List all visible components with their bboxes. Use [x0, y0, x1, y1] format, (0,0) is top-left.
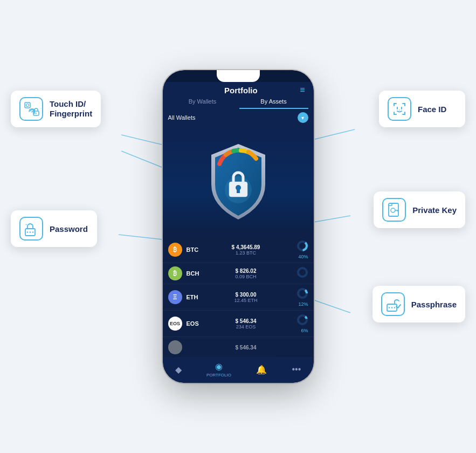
svg-point-16 [32, 231, 33, 232]
bch-chart [287, 266, 308, 280]
svg-text:*: * [31, 223, 32, 228]
eth-values: $ 300.00 12.45 ETH [205, 292, 287, 303]
face-id-label: Face ID [418, 105, 446, 114]
table-row[interactable]: $ 546.34 [163, 337, 314, 358]
portfolio-label: PORTFOLIO [206, 373, 231, 378]
eos-values: $ 546.34 234 EOS [205, 318, 287, 330]
bch-usd: $ 826.02 [205, 268, 287, 274]
eos-name: EOS [187, 320, 205, 327]
scene: Touch ID/ Fingerprint Face ID [0, 0, 476, 453]
svg-point-14 [27, 231, 28, 232]
other-usd: $ 546.34 [205, 345, 287, 351]
nav-gem[interactable]: ◆ [175, 365, 182, 375]
password-card: * * * Password [11, 210, 97, 247]
svg-text:*: * [28, 223, 30, 228]
touch-id-label: Touch ID/ Fingerprint [50, 99, 92, 119]
dropdown-button[interactable]: ▾ [298, 112, 308, 123]
shield [203, 141, 273, 222]
btc-icon: ₿ [168, 243, 182, 257]
eth-usd: $ 300.00 [205, 292, 287, 298]
eth-percent: 12% [287, 301, 308, 307]
phone-notch [217, 70, 260, 82]
passphrase-label: Passphrase [411, 300, 457, 309]
svg-point-12 [399, 109, 400, 111]
portfolio-icon: ◉ [215, 361, 223, 372]
bch-name: BCH [187, 270, 205, 277]
password-label: Password [50, 224, 88, 234]
bch-values: $ 826.02 0.09 BCH [205, 268, 287, 279]
svg-point-27 [391, 307, 392, 308]
btc-values: $ 4,3645.89 1.23 BTC [205, 244, 287, 256]
touch-id-icon [19, 97, 43, 121]
phone: Portfolio ≡ By Wallets By Assets All Wal… [163, 70, 314, 383]
touch-id-card: Touch ID/ Fingerprint [11, 91, 101, 127]
btc-usd: $ 4,3645.89 [205, 244, 287, 250]
wallet-dropdown[interactable]: All Wallets ▾ [163, 109, 314, 126]
gem-icon: ◆ [175, 365, 182, 375]
eth-amount: 12.45 ETH [205, 298, 287, 303]
bottom-nav: ◆ ◉ PORTFOLIO 🔔 ••• [163, 358, 314, 383]
crypto-list: ₿ BTC $ 4,3645.89 1.23 BTC 40% ₿ BCH [163, 237, 314, 358]
btc-name: BTC [187, 246, 205, 253]
other-values: $ 546.34 [205, 345, 287, 351]
eth-name: ETH [187, 294, 205, 300]
eth-icon: Ξ [168, 290, 182, 304]
svg-point-9 [36, 113, 37, 114]
face-id-card: Face ID [379, 91, 465, 127]
nav-more[interactable]: ••• [292, 365, 301, 374]
passphrase-icon [381, 292, 405, 316]
svg-point-7 [26, 104, 29, 107]
face-id-icon [388, 97, 411, 121]
menu-icon[interactable]: ≡ [300, 85, 305, 95]
nav-portfolio[interactable]: ◉ PORTFOLIO [206, 361, 231, 378]
bch-amount: 0.09 BCH [205, 274, 287, 279]
svg-text:*: * [25, 223, 27, 228]
bch-icon: ₿ [168, 266, 182, 280]
phone-header: Portfolio ≡ [163, 82, 314, 95]
table-row[interactable]: ₿ BTC $ 4,3645.89 1.23 BTC 40% [163, 237, 314, 263]
bell-icon: 🔔 [256, 365, 267, 375]
svg-rect-6 [25, 102, 30, 108]
passphrase-card: Passphrase [372, 286, 465, 322]
dropdown-text: All Wallets [168, 114, 196, 121]
svg-point-36 [298, 268, 307, 277]
page-title: Portfolio [182, 86, 300, 95]
password-icon: * * * [19, 217, 43, 241]
tab-by-wallets[interactable]: By Wallets [168, 98, 237, 109]
eos-chart: 6% [287, 314, 308, 333]
shield-area [163, 126, 314, 237]
svg-point-28 [394, 307, 395, 308]
table-row[interactable]: EOS EOS $ 546.34 234 EOS 6% [163, 311, 314, 337]
private-key-label: Private Key [412, 205, 457, 215]
tab-bar: By Wallets By Assets [163, 95, 314, 109]
eos-percent: 6% [287, 328, 308, 333]
eos-usd: $ 546.34 [205, 318, 287, 324]
svg-point-15 [30, 231, 31, 232]
btc-chart: 40% [287, 240, 308, 259]
eos-amount: 234 EOS [205, 324, 287, 330]
eos-icon: EOS [168, 317, 182, 331]
more-icon: ••• [292, 365, 301, 374]
eth-chart: 12% [287, 287, 308, 307]
btc-amount: 1.23 BTC [205, 250, 287, 256]
private-key-card: Private Key [374, 191, 465, 228]
other-icon [168, 340, 182, 354]
svg-point-21 [391, 208, 395, 212]
table-row[interactable]: ₿ BCH $ 826.02 0.09 BCH [163, 263, 314, 284]
btc-percent: 40% [287, 254, 308, 259]
svg-rect-33 [237, 189, 240, 193]
private-key-icon [382, 198, 406, 222]
tab-by-assets[interactable]: By Assets [239, 98, 308, 109]
table-row[interactable]: Ξ ETH $ 300.00 12.45 ETH 12% [163, 284, 314, 311]
nav-notifications[interactable]: 🔔 [256, 365, 267, 375]
svg-point-26 [389, 307, 390, 308]
